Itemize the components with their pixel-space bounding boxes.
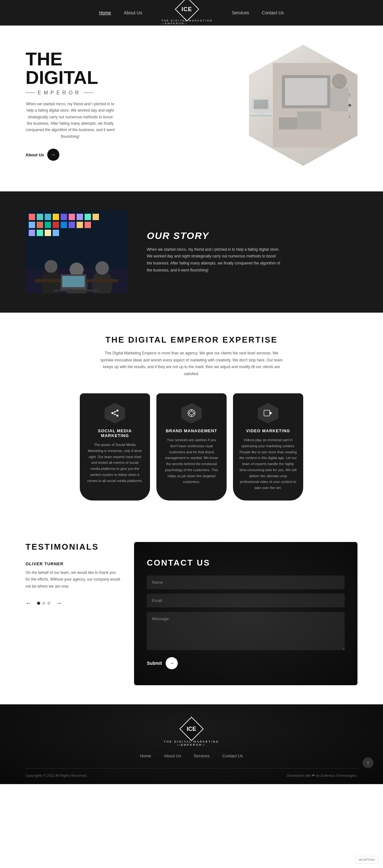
svg-rect-9 [29,214,35,220]
expertise-section: THE DIGITAL EMPEROR EXPERTISE The Digita… [0,313,383,523]
nav-right-links: Services Contact Us [232,10,284,16]
svg-rect-12 [53,214,59,220]
svg-rect-13 [61,214,67,220]
testimonial-dot-3[interactable] [47,601,51,605]
svg-rect-39 [54,290,99,291]
svg-rect-27 [37,230,43,236]
svg-rect-22 [61,222,67,228]
svg-point-45 [114,411,116,412]
brand-management-icon [181,403,202,423]
logo-box: ICE [175,0,199,21]
svg-marker-54 [270,411,272,415]
hero-hex-image [249,45,357,166]
testimonial-dot-2[interactable] [42,601,45,605]
svg-rect-18 [29,222,35,228]
footer-services-link[interactable]: Services [194,753,210,758]
side-dot-3[interactable] [349,108,351,111]
svg-point-35 [95,261,109,275]
scroll-to-top-button[interactable]: ↑ [362,757,374,768]
video-marketing-icon [258,403,278,423]
svg-rect-2 [285,78,327,105]
about-us-button[interactable]: About Us → [26,149,59,161]
nav-services-link[interactable]: Services [232,10,249,15]
story-text-container: OUR STORY When we started micro, my frie… [147,230,281,274]
hero-section: THE DIGITAL EMPEROR When we started micr… [0,26,383,191]
footer-copyright: Copyrights © 2022 All Rights Reserved. [26,774,87,777]
footer-home-link[interactable]: Home [140,753,151,758]
svg-rect-10 [37,214,43,220]
side-dot-2[interactable] [349,104,351,106]
scroll-up-icon[interactable]: ↑ [348,92,351,98]
social-media-title: SOCIAL MEDIA MARKETING [86,428,144,438]
hero-subtitle: EMPEROR [26,90,128,96]
brand-management-description: Your services are useless if you don't h… [163,437,220,485]
contact-form: Submit → [147,576,345,669]
service-card-video: VIDEO MARKETING Videos play an immense p… [233,393,303,500]
footer-logo-box: ICE [179,716,204,741]
footer-bottom: Copyrights © 2022 All Rights Reserved. D… [26,768,357,778]
hero-workspace-image [249,45,357,166]
side-dot-1[interactable] [349,99,351,102]
expertise-title: THE DIGITAL EMPEROR EXPERTISE [26,335,357,345]
submit-label: Submit [147,661,162,666]
story-description: When we started micro, my friend and I p… [147,246,281,274]
expertise-description: The Digital Marketing Emperor is more th… [99,350,284,377]
testimonial-author-name: OLIVER TURNER [26,561,121,566]
story-image [26,211,128,293]
hero-image-container: ↑ ↓ [128,45,357,166]
social-media-icon [105,403,125,423]
testimonial-dot-1[interactable] [37,601,40,605]
svg-point-48 [189,411,194,415]
scroll-down-icon[interactable]: ↓ [348,113,351,119]
service-card-social: SOCIAL MEDIA MARKETING The power of Soci… [80,393,150,500]
about-btn-label: About Us [26,153,44,157]
side-navigation: ↑ ↓ [348,92,351,119]
hero-description: When we started micro, my friend and I p… [26,101,115,140]
svg-point-5 [332,74,347,89]
svg-rect-21 [53,222,59,228]
footer-logo-text: ICE [187,725,196,732]
submit-arrow-icon: → [166,657,178,669]
nav-home-link[interactable]: Home [99,10,111,15]
service-card-brand: BRAND MANAGEMENT Your services are usele… [156,393,227,500]
about-btn-arrow-icon: → [47,149,59,161]
footer: ICE THE DIGITAL MARKETING—EMPEROR— Home … [0,704,383,784]
contact-submit-button[interactable]: Submit → [147,657,345,669]
hero-text-container: THE DIGITAL EMPEROR When we started micr… [26,50,128,161]
bottom-section: TESTIMONIALS OLIVER TURNER On the behalf… [0,523,383,704]
testimonial-dots [37,601,51,605]
services-grid: SOCIAL MEDIA MARKETING The power of Soci… [26,393,357,500]
svg-rect-26 [29,230,35,236]
testimonial-next-button[interactable]: → [56,599,62,607]
footer-contact-link[interactable]: Contact Us [223,753,243,758]
nav-contact-link[interactable]: Contact Us [262,10,284,15]
testimonial-prev-button[interactable]: ← [26,599,32,607]
contact-title: CONTACT US [147,558,345,568]
contact-message-input[interactable] [147,612,345,650]
svg-rect-14 [69,214,75,220]
video-marketing-description: Videos play an immense part in optimizin… [239,437,297,491]
svg-rect-20 [45,222,51,228]
our-story-section: OUR STORY When we started micro, my frie… [0,191,383,313]
footer-navigation: Home About Us Services Contact Us [26,753,357,758]
contact-name-input[interactable] [147,576,345,589]
svg-point-31 [45,260,57,273]
svg-rect-19 [37,222,43,228]
brand-management-title: BRAND MANAGEMENT [163,428,220,433]
svg-rect-15 [77,214,83,220]
nav-logo[interactable]: ICE THE DIGITAL MARKETING—EMPEROR— [161,1,212,25]
svg-rect-4 [330,87,349,111]
svg-rect-23 [69,222,75,228]
contact-section: CONTACT US Submit → [134,542,357,685]
footer-about-link[interactable]: About Us [164,753,181,758]
svg-rect-6 [279,117,297,129]
footer-developed-by: Developed with ❤ by Softenica Technologi… [287,774,357,778]
svg-rect-38 [62,276,85,287]
story-title: OUR STORY [147,230,281,241]
testimonials-container: TESTIMONIALS OLIVER TURNER On the behalf… [26,542,121,685]
nav-about-link[interactable]: About Us [124,10,142,15]
footer-logo: ICE THE DIGITAL MARKETING—EMPEROR— [26,720,357,746]
svg-rect-24 [77,222,83,228]
testimonials-title: TESTIMONIALS [26,542,121,552]
contact-email-input[interactable] [147,594,345,608]
